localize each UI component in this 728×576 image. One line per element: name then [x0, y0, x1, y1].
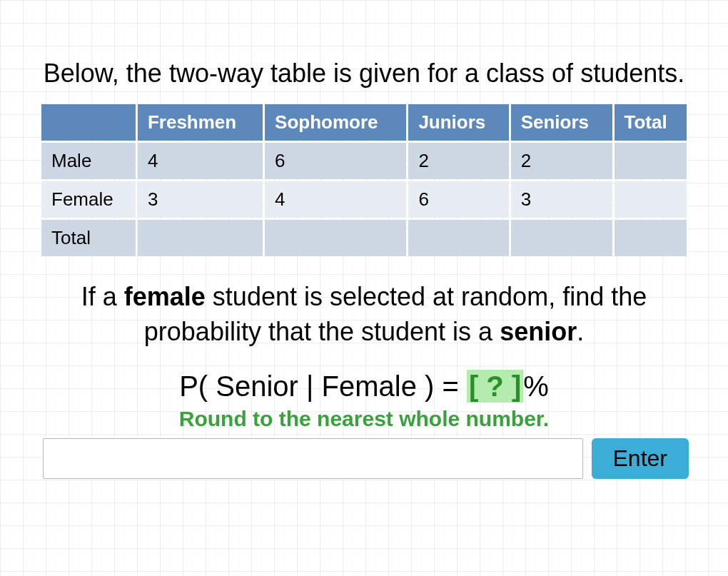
cell	[615, 220, 687, 256]
question-bold: senior	[500, 317, 577, 346]
question-text: If a female student is selected at rando…	[39, 280, 689, 349]
answer-input[interactable]	[43, 438, 583, 479]
table-row: Total	[41, 220, 687, 256]
cell	[615, 181, 687, 218]
row-label: Male	[41, 143, 136, 179]
table-header: Juniors	[408, 104, 508, 141]
cell: 6	[408, 181, 508, 218]
formula-suffix: %	[523, 370, 549, 402]
row-label: Female	[41, 181, 136, 218]
formula-prefix: P( Senior | Female ) =	[179, 370, 467, 402]
cell	[265, 220, 406, 256]
cell: 2	[408, 143, 508, 179]
cell: 4	[265, 181, 406, 218]
cell: 3	[511, 181, 612, 218]
cell	[408, 220, 508, 256]
cell: 3	[138, 181, 263, 218]
cell	[511, 220, 612, 256]
answer-slot: [ ? ]	[467, 370, 523, 403]
cell: 4	[138, 143, 263, 179]
cell: 2	[511, 143, 612, 179]
row-label: Total	[41, 220, 136, 256]
table-row: Female 3 4 6 3	[41, 181, 687, 218]
cell	[138, 220, 263, 256]
question-bold: female	[124, 282, 206, 311]
cell	[615, 143, 687, 179]
two-way-table: Freshmen Sophomore Juniors Seniors Total…	[39, 102, 689, 258]
rounding-note: Round to the nearest whole number.	[39, 407, 689, 431]
question-part: If a	[81, 282, 124, 311]
table-header: Freshmen	[138, 104, 263, 141]
question-part: .	[577, 317, 584, 346]
formula: P( Senior | Female ) = [ ? ]%	[39, 370, 689, 403]
answer-row: Enter	[39, 438, 689, 479]
table-header: Seniors	[511, 104, 612, 141]
table-header: Total	[615, 104, 687, 141]
enter-button[interactable]: Enter	[592, 438, 689, 479]
table-header: Sophomore	[265, 104, 406, 141]
intro-text: Below, the two-way table is given for a …	[39, 57, 689, 89]
cell: 6	[265, 143, 406, 179]
table-header	[41, 104, 136, 141]
table-row: Male 4 6 2 2	[41, 143, 687, 179]
